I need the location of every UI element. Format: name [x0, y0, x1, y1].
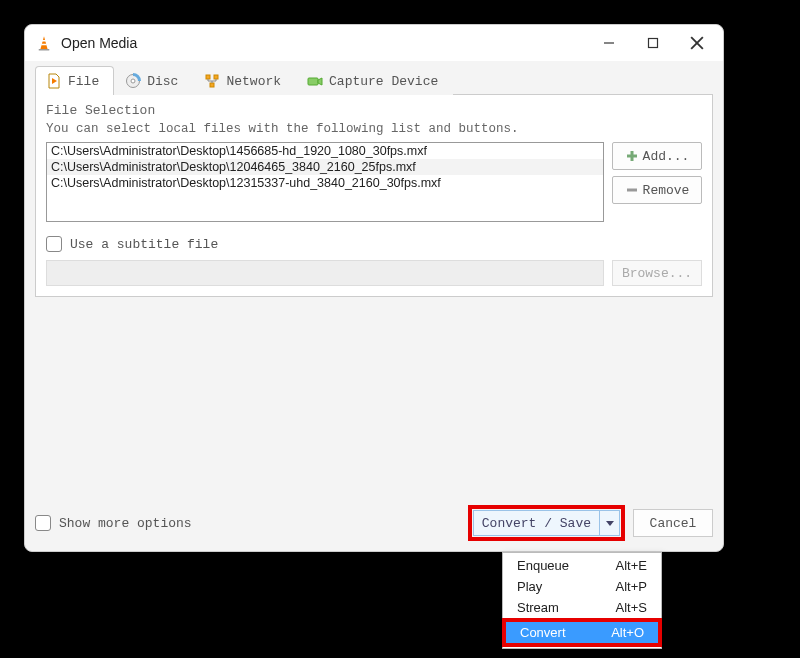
window-title: Open Media	[61, 35, 587, 51]
close-button[interactable]	[675, 28, 719, 58]
list-item[interactable]: C:\Users\Administrator\Desktop\12046465_…	[47, 159, 603, 175]
convert-save-label: Convert / Save	[474, 516, 599, 531]
browse-button: Browse...	[612, 260, 702, 286]
subtitle-path-field	[46, 260, 604, 286]
menu-convert-highlight: Convert Alt+O	[502, 618, 662, 647]
file-selection-desc: You can select local files with the foll…	[46, 122, 702, 136]
browse-button-label: Browse...	[622, 266, 692, 281]
add-button[interactable]: Add...	[612, 142, 702, 170]
tab-disc-label: Disc	[147, 74, 178, 89]
svg-rect-14	[308, 78, 318, 85]
menu-stream-label: Stream	[517, 600, 559, 615]
menu-play-shortcut: Alt+P	[616, 579, 647, 594]
menu-convert-label: Convert	[520, 625, 566, 640]
file-selection-label: File Selection	[46, 103, 702, 118]
show-more-checkbox[interactable]	[35, 515, 51, 531]
convert-save-button[interactable]: Convert / Save	[473, 510, 620, 536]
svg-rect-2	[41, 44, 47, 46]
subtitle-checkbox-label: Use a subtitle file	[70, 237, 218, 252]
remove-button[interactable]: Remove	[612, 176, 702, 204]
open-media-window: Open Media File Disc	[24, 24, 724, 552]
network-icon	[204, 73, 220, 89]
svg-point-10	[131, 79, 135, 83]
capture-icon	[307, 73, 323, 89]
svg-rect-13	[210, 83, 214, 87]
cancel-button-label: Cancel	[650, 516, 697, 531]
menu-stream-shortcut: Alt+S	[616, 600, 647, 615]
tab-file[interactable]: File	[35, 66, 114, 95]
menu-item-enqueue[interactable]: Enqueue Alt+E	[503, 555, 661, 576]
svg-rect-1	[42, 40, 46, 42]
menu-play-label: Play	[517, 579, 542, 594]
menu-item-stream[interactable]: Stream Alt+S	[503, 597, 661, 618]
plus-icon	[625, 149, 639, 163]
menu-enqueue-label: Enqueue	[517, 558, 569, 573]
svg-marker-19	[606, 521, 614, 526]
svg-marker-15	[318, 78, 322, 85]
tab-capture-label: Capture Device	[329, 74, 438, 89]
list-item[interactable]: C:\Users\Administrator\Desktop\12315337-…	[47, 175, 603, 191]
minus-icon	[625, 183, 639, 197]
tab-bar: File Disc Network Capture Device	[35, 65, 713, 95]
svg-rect-12	[214, 75, 218, 79]
list-item[interactable]: C:\Users\Administrator\Desktop\1456685-h…	[47, 143, 603, 159]
add-button-label: Add...	[643, 149, 690, 164]
tab-capture[interactable]: Capture Device	[296, 66, 453, 95]
subtitle-checkbox[interactable]	[46, 236, 62, 252]
menu-item-convert[interactable]: Convert Alt+O	[506, 622, 658, 643]
show-more-label: Show more options	[59, 516, 192, 531]
menu-enqueue-shortcut: Alt+E	[616, 558, 647, 573]
bottom-bar: Show more options Convert / Save Cancel	[35, 505, 713, 541]
remove-button-label: Remove	[643, 183, 690, 198]
maximize-button[interactable]	[631, 28, 675, 58]
dropdown-caret-icon[interactable]	[599, 510, 619, 536]
menu-item-play[interactable]: Play Alt+P	[503, 576, 661, 597]
tab-disc[interactable]: Disc	[114, 66, 193, 95]
convert-save-menu: Enqueue Alt+E Play Alt+P Stream Alt+S Co…	[502, 552, 662, 649]
minimize-button[interactable]	[587, 28, 631, 58]
file-list[interactable]: C:\Users\Administrator\Desktop\1456685-h…	[46, 142, 604, 222]
file-selection-group: File Selection You can select local file…	[35, 94, 713, 297]
file-icon	[46, 73, 62, 89]
tab-network[interactable]: Network	[193, 66, 296, 95]
tab-network-label: Network	[226, 74, 281, 89]
cancel-button[interactable]: Cancel	[633, 509, 713, 537]
client-area: File Disc Network Capture Device	[25, 61, 723, 307]
svg-rect-3	[39, 49, 50, 51]
menu-convert-shortcut: Alt+O	[611, 625, 644, 640]
svg-rect-5	[649, 39, 658, 48]
vlc-cone-icon	[35, 34, 53, 52]
svg-rect-11	[206, 75, 210, 79]
tab-file-label: File	[68, 74, 99, 89]
title-bar: Open Media	[25, 25, 723, 61]
disc-icon	[125, 73, 141, 89]
svg-marker-0	[40, 36, 48, 50]
convert-save-highlight: Convert / Save	[468, 505, 625, 541]
